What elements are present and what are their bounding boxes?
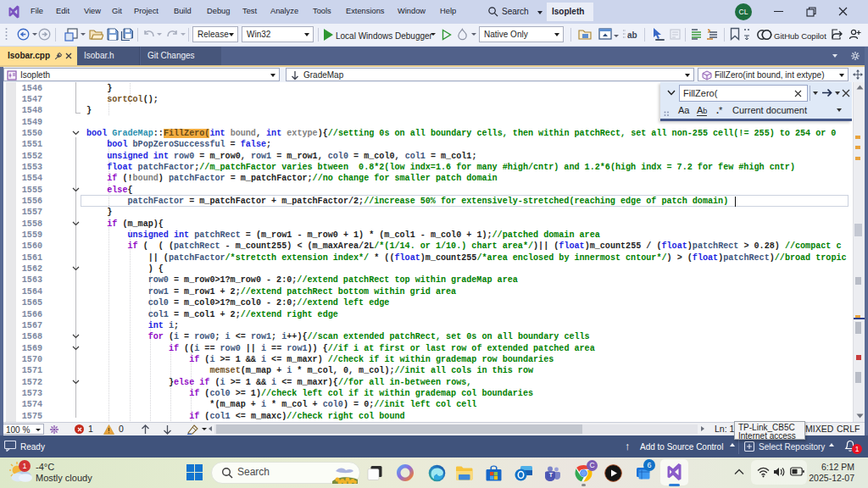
svg-text:ab: ab xyxy=(627,30,637,40)
svg-text:T: T xyxy=(549,472,554,478)
